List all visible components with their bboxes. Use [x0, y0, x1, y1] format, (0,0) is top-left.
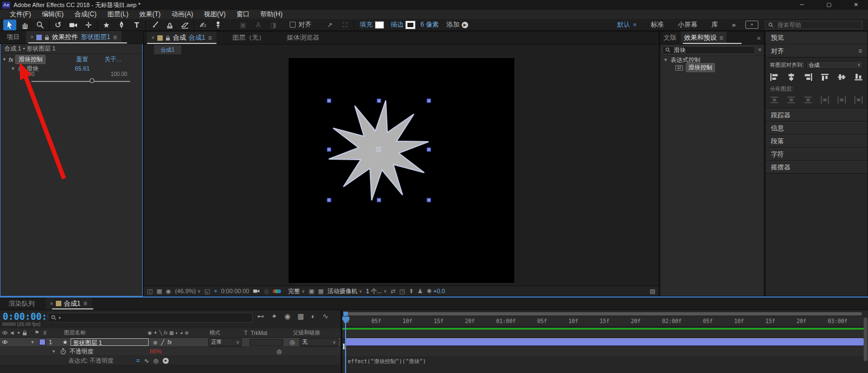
stopwatch-icon[interactable] [60, 348, 66, 355]
magnification-dropdown[interactable]: (46.9%)∨ [175, 288, 200, 294]
panel-menu-icon[interactable]: ≡ [208, 34, 212, 42]
hand-tool[interactable] [18, 20, 31, 30]
marquee-icon[interactable]: ⛶ [339, 20, 352, 30]
menu-composition[interactable]: 合成(C) [69, 10, 102, 19]
workspace-menu-icon[interactable]: ≡ [633, 22, 636, 28]
camera-tool[interactable] [67, 20, 80, 30]
playhead-line[interactable] [345, 317, 346, 373]
lock-icon[interactable] [44, 35, 49, 40]
close-tab-icon[interactable]: × [151, 35, 155, 41]
opacity-row[interactable]: ▼ 不透明度 66% ◎ [0, 347, 341, 356]
menu-window[interactable]: 窗口 [231, 10, 255, 19]
distribute-bottom-button[interactable] [803, 96, 813, 104]
tab-project[interactable]: 项目 [3, 33, 23, 42]
layer-name-field[interactable]: 形状图层 1 [71, 338, 149, 346]
workspace-libraries[interactable]: 库 [711, 20, 718, 29]
align-top-button[interactable] [820, 73, 829, 81]
pen-tool[interactable] [115, 20, 128, 30]
effects-search-input[interactable] [673, 46, 738, 54]
panel-grip-icon[interactable]: ▨ [650, 288, 655, 294]
tab-media-browser[interactable]: 媒体浏览器 [282, 33, 325, 42]
help-search-input[interactable] [776, 21, 852, 29]
add-shape-button[interactable]: ▶ [462, 22, 468, 28]
fx-toggle[interactable]: fx [168, 339, 172, 345]
tab-other-panel[interactable]: 文版 [663, 33, 676, 42]
camera-dropdown[interactable]: 活动摄像机∨ [328, 287, 362, 295]
layer-color-swatch[interactable] [39, 339, 46, 345]
panel-menu-icon[interactable]: ≡ [719, 34, 723, 42]
tab-effect-controls[interactable]: × 效果控件 形状图层1 ≡ [26, 31, 122, 43]
twirl-down-icon[interactable]: ▼ [2, 57, 7, 62]
minimize-button[interactable]: ─ [790, 0, 814, 10]
rotation-tool[interactable]: ↺ [52, 20, 65, 30]
channels-icon[interactable] [273, 289, 281, 293]
distribute-left-button[interactable] [820, 96, 829, 104]
always-preview-icon[interactable]: ◫ [147, 288, 152, 294]
stroke-swatch[interactable] [406, 21, 415, 29]
brush-tool[interactable] [148, 20, 161, 30]
timeline-link-icon[interactable]: ♟ [418, 288, 423, 294]
layer-duration-bar[interactable] [346, 338, 864, 346]
tab-composition[interactable]: × 合成 合成1 ≡ [147, 31, 216, 44]
slider-handle[interactable] [90, 78, 94, 83]
panel-info-header[interactable]: 信息 [765, 122, 867, 135]
panel-preview-header[interactable]: 预览 [765, 31, 867, 45]
expression-row[interactable]: 表达式: 不透明度 = ∿ ◎ ▶ [0, 356, 341, 365]
mode-column-header[interactable]: 模式 [204, 329, 242, 337]
effect-name[interactable]: 滑块控制 [15, 55, 46, 64]
expression-graph-icon[interactable]: ∿ [144, 357, 149, 364]
distribute-center-h-button[interactable] [837, 96, 846, 104]
fill-label[interactable]: 填充 [360, 20, 373, 29]
distribute-top-button[interactable] [770, 96, 779, 104]
frame-blending-icon[interactable]: ▦ [297, 313, 304, 320]
close-button[interactable]: ✕ [844, 0, 868, 10]
about-effect-link[interactable]: 关于... [104, 55, 121, 64]
clone-stamp-tool[interactable] [163, 20, 176, 30]
panel-wiggler-header[interactable]: 摇摆器 [765, 161, 867, 174]
maximize-button[interactable]: ▢ [817, 0, 841, 10]
fill-swatch[interactable] [375, 21, 384, 29]
show-snapshot-icon[interactable]: ◎ [264, 288, 269, 294]
workspace-standard[interactable]: 标准 [650, 20, 663, 29]
selection-tool[interactable] [3, 20, 16, 30]
align-to-dropdown[interactable]: 合成∨ [806, 61, 863, 69]
panel-character-header[interactable]: 字符 [765, 148, 867, 161]
shy-layers-icon[interactable]: ◉ [284, 313, 290, 320]
property-pickwhip-icon[interactable]: ◎ [277, 349, 282, 355]
twirl-down-icon[interactable]: ▼ [11, 66, 15, 71]
opacity-label[interactable]: 不透明度 [69, 347, 93, 356]
align-right-button[interactable] [803, 73, 813, 81]
sync-settings-icon[interactable]: ⚭ [745, 21, 758, 29]
mask-visibility-icon[interactable]: ◉ [166, 288, 171, 294]
layer-row[interactable]: ▼ 1 ★ 形状图层 1 ◉ ╱ fx 正常∨ ◎ 无∨ [0, 338, 341, 347]
distribute-right-button[interactable] [854, 96, 863, 104]
panel-tracker-header[interactable]: 跟踪器 [765, 109, 867, 122]
time-navigator-bar[interactable] [343, 312, 862, 315]
align-center-h-button[interactable] [787, 73, 796, 81]
effect-header-row[interactable]: ▼ fx 滑块控制 重置 关于... [0, 55, 143, 64]
shy-toggle[interactable]: ◉ [153, 339, 158, 345]
trkmat-box[interactable] [250, 339, 283, 346]
panel-paragraph-header[interactable]: 段落 [765, 135, 867, 148]
view-layout-icon[interactable]: ⇄ [391, 288, 395, 294]
snapshot-icon[interactable] [253, 288, 260, 294]
roi-icon[interactable]: ◱ [205, 288, 210, 294]
view-count-dropdown[interactable]: 1 个...∨ [366, 287, 387, 295]
align-left-button[interactable] [770, 73, 779, 81]
puppet-pin-tool[interactable] [212, 20, 225, 30]
parent-dropdown[interactable]: 无∨ [299, 338, 339, 346]
blend-mode-dropdown[interactable]: 正常∨ [208, 338, 242, 346]
main-viewer-icon[interactable]: ▦ [156, 288, 162, 294]
layer-name-column-header[interactable]: 图层名称 [58, 329, 148, 337]
zoom-tool[interactable] [34, 20, 47, 30]
viewer-subtab[interactable]: 合成1 [154, 45, 181, 54]
roi-icon[interactable]: ▣ [309, 288, 314, 294]
slider-track[interactable] [31, 81, 130, 82]
close-tab-icon[interactable]: × [30, 34, 34, 40]
lock-icon[interactable] [165, 35, 170, 41]
tab-layer[interactable]: 图层（无） [219, 33, 279, 42]
expression-pickwhip-icon[interactable]: ◎ [154, 357, 159, 364]
reset-effect-link[interactable]: 重置 [76, 55, 88, 64]
workspace-default[interactable]: 默认 [617, 20, 630, 29]
stroke-label[interactable]: 描边 [391, 20, 404, 29]
